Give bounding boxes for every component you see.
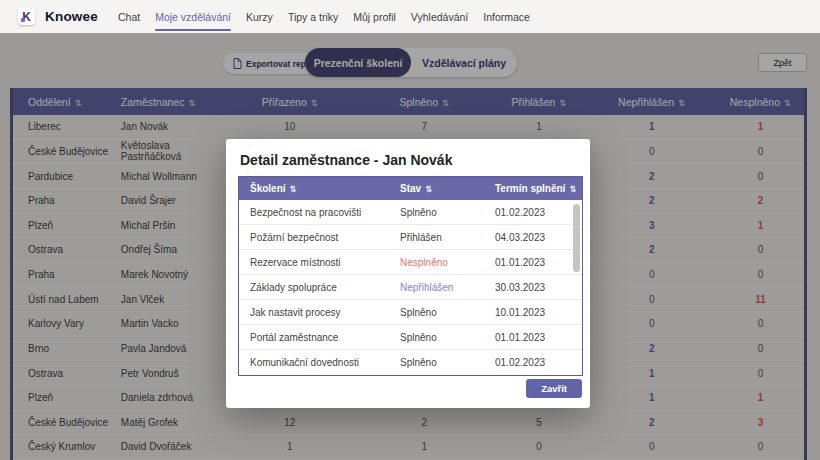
knowee-logo-icon: K bbox=[18, 8, 35, 25]
cell-training: Portál zaměstnance bbox=[239, 332, 389, 343]
modal-title: Detail zaměstnance - Jan Novák bbox=[240, 152, 583, 168]
nav-item-chat[interactable]: Chat bbox=[118, 0, 140, 33]
cell-date: 30.03.2023 bbox=[484, 282, 582, 293]
cell-date: 01.01.2023 bbox=[484, 257, 582, 268]
trainings-header-row: Školení⇅Stav⇅Termín splnění⇅ bbox=[239, 177, 582, 200]
top-navbar: K Knowee ChatMoje vzděláváníKurzyTipy a … bbox=[0, 0, 820, 33]
cell-status: Splněno bbox=[389, 357, 484, 368]
cell-date: 01.02.2023 bbox=[484, 207, 582, 218]
training-row: Rezervace místnostiNesplněno01.01.2023 bbox=[239, 250, 582, 275]
cell-training: Bezpečnost na pracovišti bbox=[239, 207, 389, 218]
close-button[interactable]: Zavřít bbox=[526, 379, 582, 398]
training-row: Jak nastavit procesySplněno10.01.2023 bbox=[239, 300, 582, 325]
training-row: Požární bezpečnostPřihlášen04.03.2023 bbox=[239, 225, 582, 250]
trainings-table: Školení⇅Stav⇅Termín splnění⇅ Bezpečnost … bbox=[238, 176, 583, 376]
cell-status: Splněno bbox=[389, 307, 484, 318]
sort-icon: ⇅ bbox=[425, 184, 432, 194]
modal-scrollbar-thumb[interactable] bbox=[573, 204, 580, 272]
column-label: Termín splnění bbox=[495, 183, 565, 194]
modal-column-header-kolen[interactable]: Školení⇅ bbox=[239, 183, 389, 194]
cell-training: Jak nastavit procesy bbox=[239, 307, 389, 318]
cell-status: Nepřihlášen bbox=[389, 282, 484, 293]
nav-item-kurzy[interactable]: Kurzy bbox=[246, 0, 273, 33]
employee-detail-modal: Detail zaměstnance - Jan Novák Školení⇅S… bbox=[226, 139, 590, 408]
modal-column-header-term-n-spln-n[interactable]: Termín splnění⇅ bbox=[484, 183, 582, 194]
nav-item-tipy-a-triky[interactable]: Tipy a triky bbox=[288, 0, 338, 33]
cell-status: Splněno bbox=[389, 207, 484, 218]
cell-training: Požární bezpečnost bbox=[239, 232, 389, 243]
training-row: Bezpečnost na pracovištiSplněno01.02.202… bbox=[239, 200, 582, 225]
column-label: Školení bbox=[250, 183, 286, 194]
trainings-table-body: Bezpečnost na pracovištiSplněno01.02.202… bbox=[239, 200, 582, 375]
training-row: Základy spolupráceNepřihlášen30.03.2023 bbox=[239, 275, 582, 300]
training-row: Portál zaměstnanceSplněno01.01.2023 bbox=[239, 325, 582, 350]
cell-status: Přihlášen bbox=[389, 232, 484, 243]
sort-icon: ⇅ bbox=[290, 184, 297, 194]
brand-title: Knowee bbox=[45, 9, 98, 24]
nav-item-moje-vzd-l-v-n[interactable]: Moje vzdělávání bbox=[155, 0, 231, 33]
cell-status: Splněno bbox=[389, 332, 484, 343]
nav-item-m-j-profil[interactable]: Můj profil bbox=[353, 0, 396, 33]
cell-training: Rezervace místnosti bbox=[239, 257, 389, 268]
sort-icon: ⇅ bbox=[569, 184, 576, 194]
column-label: Stav bbox=[400, 183, 421, 194]
cell-training: Komunikační dovednosti bbox=[239, 357, 389, 368]
cell-date: 01.02.2023 bbox=[484, 357, 582, 368]
nav-items: ChatMoje vzděláváníKurzyTipy a trikyMůj … bbox=[118, 0, 545, 33]
nav-item-informace[interactable]: Informace bbox=[483, 0, 530, 33]
cell-status: Nesplněno bbox=[389, 257, 484, 268]
cell-date: 01.01.2023 bbox=[484, 332, 582, 343]
cell-date: 04.03.2023 bbox=[484, 232, 582, 243]
cell-date: 10.01.2023 bbox=[484, 307, 582, 318]
modal-column-header-stav[interactable]: Stav⇅ bbox=[389, 183, 484, 194]
nav-item-vyhled-v-n[interactable]: Vyhledávání bbox=[411, 0, 468, 33]
training-row: Komunikační dovednostiSplněno01.02.2023 bbox=[239, 350, 582, 375]
logo-dot bbox=[21, 18, 25, 22]
cell-training: Základy spolupráce bbox=[239, 282, 389, 293]
